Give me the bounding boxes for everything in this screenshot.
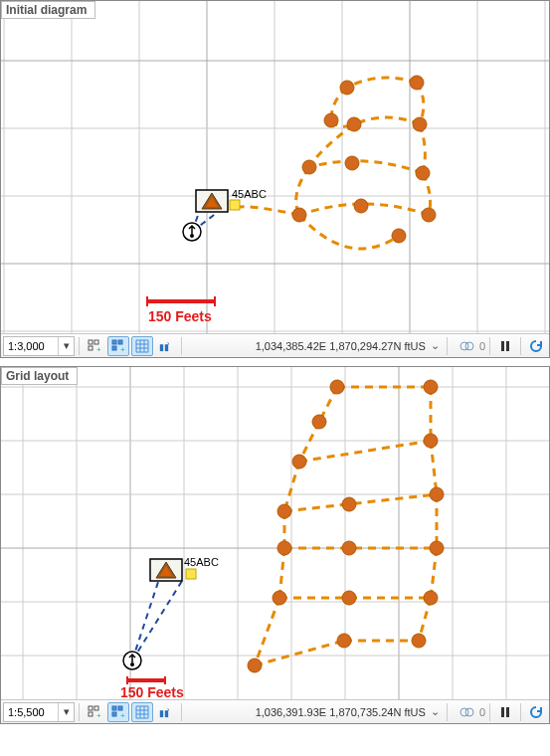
sink-feature[interactable] (183, 223, 201, 241)
scale-bar: 150 Feets (147, 296, 215, 324)
svg-rect-115 (89, 706, 92, 710)
svg-text:›: › (167, 706, 170, 713)
pause-button[interactable] (494, 336, 516, 356)
grid-tool-2[interactable]: + (107, 336, 129, 356)
svg-text:+: + (120, 711, 125, 720)
chevron-down-icon[interactable]: ▾ (58, 337, 74, 355)
chevron-down-icon[interactable]: ▾ (58, 703, 74, 721)
svg-rect-43 (118, 340, 122, 344)
svg-rect-42 (112, 340, 116, 344)
svg-line-79 (279, 548, 284, 598)
nodes (292, 76, 436, 243)
snap-indicator[interactable] (456, 702, 477, 722)
svg-text:150 Feets: 150 Feets (120, 684, 184, 699)
status-toolbar: 1:5,500 ▾ + + ▮▮› 1,036,391.93E 1,870,73… (1, 699, 549, 723)
svg-line-72 (299, 441, 431, 462)
svg-rect-108 (186, 569, 196, 579)
svg-point-19 (347, 117, 361, 131)
snap-toggle[interactable]: ▮▮› (155, 702, 177, 722)
pause-button[interactable] (494, 702, 516, 722)
refresh-button[interactable] (525, 336, 547, 356)
diagram-canvas[interactable]: 45ABC 150 Feets (1, 367, 549, 699)
view-title: Initial diagram (1, 1, 95, 19)
svg-rect-39 (94, 340, 98, 344)
svg-text:150 Feets: 150 Feets (148, 308, 212, 324)
svg-line-83 (255, 641, 344, 665)
refresh-button[interactable] (525, 702, 547, 722)
svg-rect-128 (506, 707, 509, 717)
svg-point-126 (465, 708, 473, 716)
svg-point-24 (422, 208, 436, 222)
svg-point-26 (292, 208, 306, 222)
grid-tool-1[interactable]: + (84, 702, 105, 722)
diagram-canvas[interactable]: 45ABC 150 Feets (1, 1, 549, 333)
svg-point-100 (342, 591, 356, 605)
grid-toggle[interactable] (131, 336, 153, 356)
feature-label: 45ABC (232, 188, 267, 200)
svg-rect-50 (501, 341, 504, 351)
snap-toggle[interactable]: ▮▮› (155, 336, 177, 356)
svg-rect-121 (112, 712, 116, 716)
svg-rect-44 (112, 346, 116, 350)
status-toolbar: 1:3,000 ▾ + + ▮▮› 1,034,385.42E 1,870,29… (1, 333, 549, 357)
snap-count: 0 (479, 706, 485, 718)
svg-point-88 (330, 380, 344, 394)
svg-point-18 (413, 117, 427, 131)
svg-rect-40 (89, 346, 92, 350)
svg-rect-116 (94, 706, 98, 710)
svg-point-97 (342, 541, 356, 555)
chevron-down-icon[interactable]: ⌄ (428, 339, 443, 352)
snap-indicator[interactable] (456, 336, 477, 356)
svg-rect-51 (506, 341, 509, 351)
svg-line-75 (431, 441, 437, 494)
svg-point-110 (130, 662, 134, 666)
svg-point-25 (354, 199, 368, 213)
svg-point-89 (424, 380, 438, 394)
svg-point-23 (302, 160, 316, 174)
svg-point-94 (342, 497, 356, 511)
scale-value: 1:5,500 (4, 706, 58, 718)
grid-tool-1[interactable]: + (84, 336, 105, 356)
sink-feature[interactable] (123, 652, 141, 669)
grid-toggle[interactable] (131, 702, 153, 722)
svg-line-81 (431, 548, 437, 598)
svg-point-102 (248, 659, 262, 672)
svg-line-74 (284, 494, 437, 511)
svg-rect-31 (230, 200, 240, 210)
scale-bar: 150 Feets (120, 676, 184, 699)
svg-text:+: + (96, 345, 101, 354)
svg-point-103 (337, 634, 351, 648)
coordinates-readout: 1,034,385.42E 1,870,294.27N ftUS ⌄ (256, 339, 443, 352)
chevron-down-icon[interactable]: ⌄ (428, 705, 443, 718)
svg-point-22 (345, 156, 359, 170)
svg-point-98 (430, 541, 444, 555)
svg-point-17 (340, 81, 354, 94)
snap-count: 0 (479, 340, 485, 352)
svg-point-104 (412, 634, 426, 648)
svg-text:+: + (96, 711, 101, 720)
svg-point-96 (277, 541, 291, 555)
svg-rect-38 (89, 340, 92, 344)
scale-select[interactable]: 1:5,500 ▾ (3, 702, 75, 722)
svg-text:+: + (120, 345, 125, 354)
grid-tool-2[interactable]: + (107, 702, 129, 722)
svg-point-99 (273, 591, 286, 605)
scale-value: 1:3,000 (4, 340, 58, 352)
svg-point-101 (424, 591, 438, 605)
svg-rect-119 (112, 706, 116, 710)
svg-point-90 (312, 415, 326, 429)
svg-point-93 (277, 504, 291, 518)
svg-point-27 (392, 229, 406, 243)
svg-point-33 (190, 234, 194, 238)
svg-rect-117 (89, 712, 92, 716)
svg-point-91 (292, 455, 306, 469)
feature-label: 45ABC (184, 556, 219, 568)
svg-text:›: › (167, 340, 170, 347)
svg-point-21 (416, 166, 430, 180)
svg-rect-120 (118, 706, 122, 710)
svg-point-49 (465, 342, 473, 350)
svg-line-86 (132, 576, 160, 661)
scale-select[interactable]: 1:3,000 ▾ (3, 336, 75, 356)
coordinates-readout: 1,036,391.93E 1,870,735.24N ftUS ⌄ (256, 705, 443, 718)
view-title: Grid layout (1, 367, 78, 385)
